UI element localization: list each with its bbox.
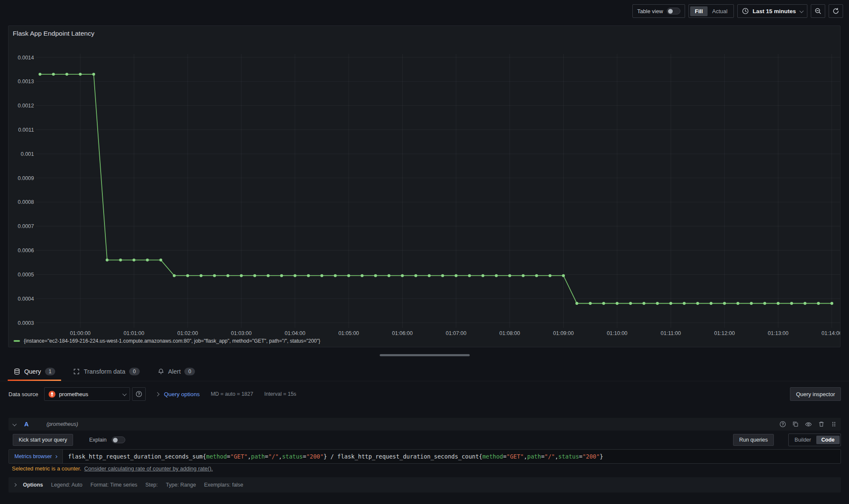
options-step: Step: <box>145 482 158 488</box>
toggle-visibility-icon[interactable] <box>805 421 812 428</box>
explain-label: Explain <box>89 437 107 443</box>
query-ref-row: A (prometheus) <box>8 418 841 431</box>
options-title: Options <box>23 482 43 488</box>
counter-warning-row: Selected metric is a counter. Consider c… <box>12 465 213 472</box>
options-summary: Legend: Auto Format: Time series Step: T… <box>51 482 243 488</box>
svg-text:01:00:00: 01:00:00 <box>70 330 91 336</box>
datasource-row: Data source prometheus Query options MD … <box>0 385 849 403</box>
editor-splitter-handle[interactable] <box>380 354 470 356</box>
svg-text:0.0005: 0.0005 <box>18 272 34 278</box>
question-circle-icon <box>135 391 142 397</box>
chevron-right-icon <box>13 483 17 487</box>
magnifier-minus-icon <box>815 8 821 14</box>
toggle-knob <box>113 438 118 442</box>
actual-button[interactable]: Actual <box>708 6 732 16</box>
tab-transform-label: Transform data <box>84 368 125 375</box>
tab-query-label: Query <box>24 368 41 375</box>
svg-text:01:06:00: 01:06:00 <box>392 330 413 336</box>
svg-text:01:03:00: 01:03:00 <box>231 330 252 336</box>
explain-toggle[interactable] <box>112 436 125 443</box>
query-row-actions <box>779 421 837 428</box>
chevron-down-icon <box>122 391 127 396</box>
builder-code-group: Builder Code <box>788 434 841 446</box>
svg-text:0.001: 0.001 <box>21 151 34 157</box>
latency-panel: Flask App Endpoint Latency 0.00140.00130… <box>8 25 841 347</box>
query-toolbar-right: Run queries Builder Code <box>733 434 841 446</box>
tab-query-badge: 1 <box>45 368 56 375</box>
drag-handle-icon[interactable] <box>831 421 837 428</box>
latency-chart[interactable]: 0.00140.00130.00120.00110.0010.00090.000… <box>8 40 840 338</box>
editor-tabs: Query 1 Transform data 0 Alert 0 <box>0 362 849 381</box>
clock-icon <box>742 8 749 14</box>
svg-text:01:14:00: 01:14:00 <box>821 330 840 336</box>
prometheus-icon <box>48 391 56 398</box>
warning-text: Selected metric is a counter. <box>12 465 81 472</box>
options-format: Format: Time series <box>90 482 137 488</box>
refresh-button[interactable] <box>829 4 843 18</box>
max-data-points-text: MD = auto = 1827 <box>211 391 253 397</box>
query-options-row[interactable]: Options Legend: Auto Format: Time series… <box>8 477 841 493</box>
datasource-select[interactable]: prometheus <box>44 387 130 401</box>
bell-icon <box>158 368 164 375</box>
svg-text:01:04:00: 01:04:00 <box>285 330 305 336</box>
tab-query[interactable]: Query 1 <box>8 362 61 381</box>
legend-swatch <box>14 340 20 342</box>
svg-text:01:10:00: 01:10:00 <box>607 330 628 336</box>
svg-text:01:08:00: 01:08:00 <box>499 330 520 336</box>
collapse-query-icon[interactable] <box>12 422 17 426</box>
metrics-browser-label: Metrics browser <box>14 453 52 459</box>
database-icon <box>14 368 20 375</box>
delete-query-icon[interactable] <box>818 421 825 428</box>
svg-text:0.0008: 0.0008 <box>18 199 34 205</box>
builder-button[interactable]: Builder <box>790 436 816 444</box>
time-range-picker[interactable]: Last 15 minutes <box>737 4 807 18</box>
duplicate-query-icon[interactable] <box>792 421 799 428</box>
query-ref-id[interactable]: A <box>24 421 28 428</box>
legend-series[interactable]: {instance="ec2-184-169-216-224.us-west-1… <box>14 338 320 344</box>
table-view-label: Table view <box>637 8 663 14</box>
code-button[interactable]: Code <box>816 436 840 444</box>
run-queries-button[interactable]: Run queries <box>733 434 773 446</box>
svg-text:01:02:00: 01:02:00 <box>177 330 198 336</box>
svg-text:0.0013: 0.0013 <box>18 79 34 84</box>
options-exemplars: Exemplars: false <box>204 482 243 488</box>
datasource-help-button[interactable] <box>132 387 146 401</box>
query-toolbar-row: Kick start your query Explain Run querie… <box>8 434 841 446</box>
refresh-icon <box>832 8 839 14</box>
panel-title: Flask App Endpoint Latency <box>13 30 94 37</box>
promql-query: flask_http_request_duration_seconds_sum{… <box>68 453 603 460</box>
tab-alert-badge: 0 <box>184 368 195 375</box>
svg-text:0.0011: 0.0011 <box>18 127 34 133</box>
fill-actual-group: Fill Actual <box>688 4 734 18</box>
svg-text:0.0003: 0.0003 <box>18 320 34 326</box>
table-view-toggle[interactable] <box>667 8 680 14</box>
zoom-out-button[interactable] <box>811 4 825 18</box>
options-legend: Legend: Auto <box>51 482 82 488</box>
datasource-label: Data source <box>8 391 38 397</box>
tab-transform-badge: 0 <box>129 368 140 375</box>
chevron-right-icon[interactable] <box>155 392 160 396</box>
add-rate-link[interactable]: Consider calculating rate of counter by … <box>84 465 213 472</box>
tab-alert[interactable]: Alert 0 <box>152 362 201 381</box>
svg-text:0.0006: 0.0006 <box>18 248 34 253</box>
kick-start-query-button[interactable]: Kick start your query <box>13 434 73 446</box>
transform-icon <box>73 368 80 375</box>
query-help-icon[interactable] <box>779 421 786 428</box>
chevron-right-icon <box>54 455 57 458</box>
svg-text:01:07:00: 01:07:00 <box>446 330 466 336</box>
svg-text:01:05:00: 01:05:00 <box>338 330 359 336</box>
svg-text:01:13:00: 01:13:00 <box>768 330 789 336</box>
metrics-browser-button[interactable]: Metrics browser <box>9 450 63 463</box>
query-options-link[interactable]: Query options <box>164 391 200 397</box>
legend-label: {instance="ec2-184-169-216-224.us-west-1… <box>24 338 320 344</box>
latency-chart-svg: 0.00140.00130.00120.00110.0010.00090.000… <box>8 40 840 338</box>
svg-text:0.0014: 0.0014 <box>18 55 34 61</box>
svg-text:01:09:00: 01:09:00 <box>553 330 574 336</box>
promql-query-input[interactable]: flask_http_request_duration_seconds_sum{… <box>63 450 841 463</box>
tab-transform-data[interactable]: Transform data 0 <box>67 362 145 381</box>
fill-button[interactable]: Fill <box>690 6 708 16</box>
options-type: Type: Range <box>166 482 196 488</box>
query-inspector-button[interactable]: Query inspector <box>790 387 841 401</box>
datasource-name: prometheus <box>59 391 119 397</box>
svg-text:0.0004: 0.0004 <box>18 296 34 302</box>
